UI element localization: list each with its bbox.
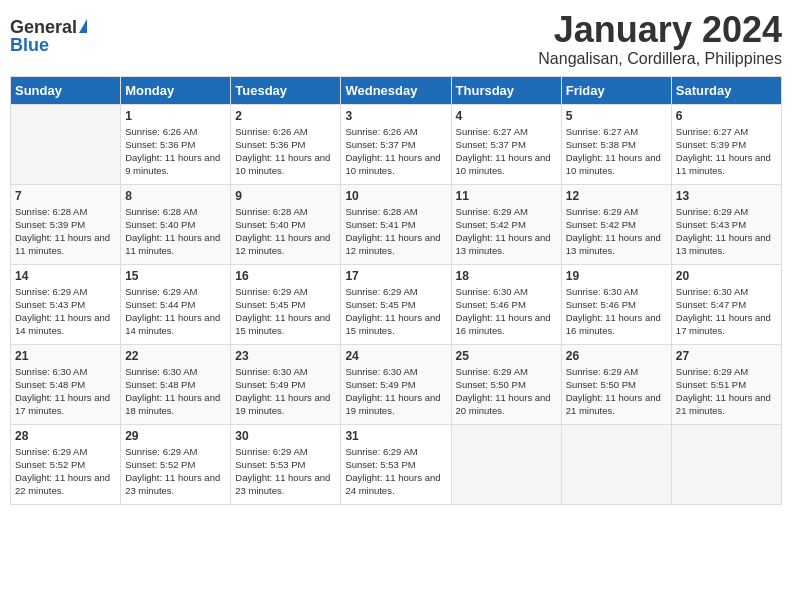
calendar-header-row: SundayMondayTuesdayWednesdayThursdayFrid…: [11, 76, 782, 104]
day-cell: [561, 424, 671, 504]
day-number: 19: [566, 269, 667, 283]
column-header-saturday: Saturday: [671, 76, 781, 104]
day-cell: 28 Sunrise: 6:29 AMSunset: 5:52 PMDaylig…: [11, 424, 121, 504]
day-number: 24: [345, 349, 446, 363]
calendar-subtitle: Nangalisan, Cordillera, Philippines: [538, 50, 782, 68]
column-header-wednesday: Wednesday: [341, 76, 451, 104]
day-info: Sunrise: 6:28 AMSunset: 5:40 PMDaylight:…: [235, 206, 330, 257]
day-cell: [11, 104, 121, 184]
day-cell: 31 Sunrise: 6:29 AMSunset: 5:53 PMDaylig…: [341, 424, 451, 504]
day-number: 23: [235, 349, 336, 363]
day-number: 2: [235, 109, 336, 123]
day-info: Sunrise: 6:30 AMSunset: 5:46 PMDaylight:…: [456, 286, 551, 337]
day-info: Sunrise: 6:29 AMSunset: 5:52 PMDaylight:…: [125, 446, 220, 497]
week-row-1: 1 Sunrise: 6:26 AMSunset: 5:36 PMDayligh…: [11, 104, 782, 184]
day-info: Sunrise: 6:27 AMSunset: 5:37 PMDaylight:…: [456, 126, 551, 177]
week-row-2: 7 Sunrise: 6:28 AMSunset: 5:39 PMDayligh…: [11, 184, 782, 264]
day-cell: [671, 424, 781, 504]
day-info: Sunrise: 6:28 AMSunset: 5:39 PMDaylight:…: [15, 206, 110, 257]
logo: General Blue: [10, 18, 87, 54]
day-number: 12: [566, 189, 667, 203]
day-info: Sunrise: 6:26 AMSunset: 5:36 PMDaylight:…: [235, 126, 330, 177]
day-number: 20: [676, 269, 777, 283]
day-number: 7: [15, 189, 116, 203]
column-header-friday: Friday: [561, 76, 671, 104]
day-cell: 20 Sunrise: 6:30 AMSunset: 5:47 PMDaylig…: [671, 264, 781, 344]
day-number: 13: [676, 189, 777, 203]
day-cell: 14 Sunrise: 6:29 AMSunset: 5:43 PMDaylig…: [11, 264, 121, 344]
day-cell: 5 Sunrise: 6:27 AMSunset: 5:38 PMDayligh…: [561, 104, 671, 184]
column-header-monday: Monday: [121, 76, 231, 104]
day-number: 14: [15, 269, 116, 283]
day-number: 29: [125, 429, 226, 443]
day-info: Sunrise: 6:29 AMSunset: 5:44 PMDaylight:…: [125, 286, 220, 337]
day-number: 10: [345, 189, 446, 203]
day-info: Sunrise: 6:30 AMSunset: 5:49 PMDaylight:…: [235, 366, 330, 417]
day-info: Sunrise: 6:29 AMSunset: 5:52 PMDaylight:…: [15, 446, 110, 497]
calendar-table: SundayMondayTuesdayWednesdayThursdayFrid…: [10, 76, 782, 505]
column-header-thursday: Thursday: [451, 76, 561, 104]
day-cell: 11 Sunrise: 6:29 AMSunset: 5:42 PMDaylig…: [451, 184, 561, 264]
day-info: Sunrise: 6:29 AMSunset: 5:43 PMDaylight:…: [15, 286, 110, 337]
logo-general-text: General: [10, 18, 77, 36]
day-info: Sunrise: 6:30 AMSunset: 5:48 PMDaylight:…: [15, 366, 110, 417]
day-info: Sunrise: 6:29 AMSunset: 5:42 PMDaylight:…: [456, 206, 551, 257]
day-info: Sunrise: 6:30 AMSunset: 5:46 PMDaylight:…: [566, 286, 661, 337]
day-info: Sunrise: 6:28 AMSunset: 5:41 PMDaylight:…: [345, 206, 440, 257]
day-info: Sunrise: 6:30 AMSunset: 5:49 PMDaylight:…: [345, 366, 440, 417]
day-cell: 1 Sunrise: 6:26 AMSunset: 5:36 PMDayligh…: [121, 104, 231, 184]
day-number: 8: [125, 189, 226, 203]
day-info: Sunrise: 6:29 AMSunset: 5:42 PMDaylight:…: [566, 206, 661, 257]
day-info: Sunrise: 6:26 AMSunset: 5:36 PMDaylight:…: [125, 126, 220, 177]
day-info: Sunrise: 6:29 AMSunset: 5:43 PMDaylight:…: [676, 206, 771, 257]
day-number: 30: [235, 429, 336, 443]
day-info: Sunrise: 6:29 AMSunset: 5:50 PMDaylight:…: [566, 366, 661, 417]
day-cell: 18 Sunrise: 6:30 AMSunset: 5:46 PMDaylig…: [451, 264, 561, 344]
day-number: 28: [15, 429, 116, 443]
day-cell: 3 Sunrise: 6:26 AMSunset: 5:37 PMDayligh…: [341, 104, 451, 184]
day-cell: 27 Sunrise: 6:29 AMSunset: 5:51 PMDaylig…: [671, 344, 781, 424]
day-info: Sunrise: 6:29 AMSunset: 5:51 PMDaylight:…: [676, 366, 771, 417]
day-cell: 29 Sunrise: 6:29 AMSunset: 5:52 PMDaylig…: [121, 424, 231, 504]
day-number: 25: [456, 349, 557, 363]
day-number: 18: [456, 269, 557, 283]
day-info: Sunrise: 6:27 AMSunset: 5:38 PMDaylight:…: [566, 126, 661, 177]
day-info: Sunrise: 6:29 AMSunset: 5:53 PMDaylight:…: [235, 446, 330, 497]
day-number: 5: [566, 109, 667, 123]
day-cell: 26 Sunrise: 6:29 AMSunset: 5:50 PMDaylig…: [561, 344, 671, 424]
day-info: Sunrise: 6:28 AMSunset: 5:40 PMDaylight:…: [125, 206, 220, 257]
day-number: 17: [345, 269, 446, 283]
day-cell: 10 Sunrise: 6:28 AMSunset: 5:41 PMDaylig…: [341, 184, 451, 264]
day-cell: 15 Sunrise: 6:29 AMSunset: 5:44 PMDaylig…: [121, 264, 231, 344]
calendar-title: January 2024: [538, 10, 782, 50]
day-info: Sunrise: 6:29 AMSunset: 5:53 PMDaylight:…: [345, 446, 440, 497]
day-number: 22: [125, 349, 226, 363]
day-cell: 7 Sunrise: 6:28 AMSunset: 5:39 PMDayligh…: [11, 184, 121, 264]
day-cell: 22 Sunrise: 6:30 AMSunset: 5:48 PMDaylig…: [121, 344, 231, 424]
day-cell: 24 Sunrise: 6:30 AMSunset: 5:49 PMDaylig…: [341, 344, 451, 424]
day-cell: 12 Sunrise: 6:29 AMSunset: 5:42 PMDaylig…: [561, 184, 671, 264]
day-number: 3: [345, 109, 446, 123]
day-number: 1: [125, 109, 226, 123]
day-cell: 19 Sunrise: 6:30 AMSunset: 5:46 PMDaylig…: [561, 264, 671, 344]
week-row-5: 28 Sunrise: 6:29 AMSunset: 5:52 PMDaylig…: [11, 424, 782, 504]
day-number: 21: [15, 349, 116, 363]
calendar-body: 1 Sunrise: 6:26 AMSunset: 5:36 PMDayligh…: [11, 104, 782, 504]
day-cell: 16 Sunrise: 6:29 AMSunset: 5:45 PMDaylig…: [231, 264, 341, 344]
day-number: 6: [676, 109, 777, 123]
day-info: Sunrise: 6:29 AMSunset: 5:50 PMDaylight:…: [456, 366, 551, 417]
day-cell: 30 Sunrise: 6:29 AMSunset: 5:53 PMDaylig…: [231, 424, 341, 504]
day-cell: 9 Sunrise: 6:28 AMSunset: 5:40 PMDayligh…: [231, 184, 341, 264]
day-number: 31: [345, 429, 446, 443]
day-info: Sunrise: 6:30 AMSunset: 5:48 PMDaylight:…: [125, 366, 220, 417]
logo-blue-text: Blue: [10, 36, 49, 54]
day-cell: 13 Sunrise: 6:29 AMSunset: 5:43 PMDaylig…: [671, 184, 781, 264]
day-number: 16: [235, 269, 336, 283]
day-info: Sunrise: 6:30 AMSunset: 5:47 PMDaylight:…: [676, 286, 771, 337]
week-row-3: 14 Sunrise: 6:29 AMSunset: 5:43 PMDaylig…: [11, 264, 782, 344]
day-cell: 6 Sunrise: 6:27 AMSunset: 5:39 PMDayligh…: [671, 104, 781, 184]
day-cell: [451, 424, 561, 504]
day-cell: 2 Sunrise: 6:26 AMSunset: 5:36 PMDayligh…: [231, 104, 341, 184]
day-number: 27: [676, 349, 777, 363]
day-cell: 8 Sunrise: 6:28 AMSunset: 5:40 PMDayligh…: [121, 184, 231, 264]
